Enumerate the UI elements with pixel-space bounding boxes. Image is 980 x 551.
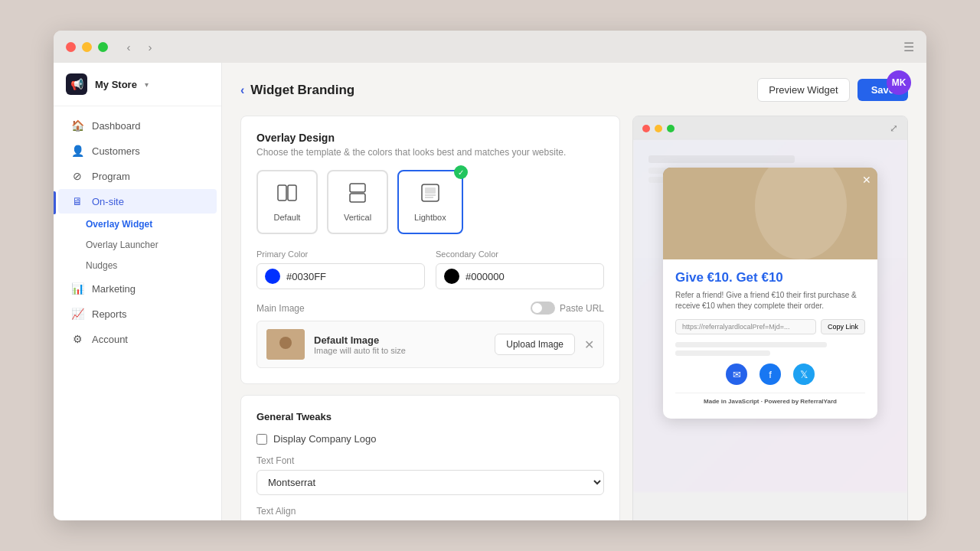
paste-url-toggle[interactable] (531, 302, 555, 315)
left-panel: Overlay Design Choose the template & the… (240, 116, 620, 520)
share-twitter-icon[interactable]: 𝕏 (793, 364, 815, 385)
secondary-color-input[interactable] (436, 263, 604, 289)
sidebar-item-overlay-launcher[interactable]: Overlay Launcher (77, 235, 221, 255)
template-lightbox-label: Lightbox (414, 213, 446, 222)
store-name-label: My Store (95, 79, 137, 90)
widget-footer: Made in JavaScript · Powered by Referral… (675, 393, 865, 408)
sidebar-nav: 🏠 Dashboard 👤 Customers ⊘ Program 🖥 (54, 106, 221, 520)
upload-image-button[interactable]: Upload Image (495, 334, 575, 355)
secondary-color-text[interactable] (466, 271, 527, 282)
sidebar-item-program[interactable]: ⊘ Program (58, 164, 217, 188)
widget-footer-text: Made in JavaScript · Powered by (704, 398, 800, 405)
template-lightbox-icon (414, 182, 446, 208)
widget-image: ✕ (663, 168, 877, 259)
app-body: 📢 My Store ▾ 🏠 Dashboard 👤 Customers ⊘ (54, 63, 926, 520)
onsite-icon: 🖥 (70, 195, 84, 207)
sub-nav: Overlay Widget Overlay Launcher Nudges (54, 214, 221, 276)
display-company-logo-label[interactable]: Display Company Logo (273, 433, 376, 445)
secondary-color-label: Secondary Color (436, 249, 604, 259)
primary-color-swatch (265, 269, 280, 284)
sidebar-item-account[interactable]: ⚙ Account (58, 327, 217, 351)
remove-image-icon[interactable]: ✕ (584, 337, 594, 352)
sidebar-item-dashboard-label: Dashboard (92, 120, 141, 132)
avatar: MK (887, 70, 911, 95)
browser-window: ‹ › ☰ 📢 My Store ▾ 🏠 Dashboard 👤 (54, 31, 926, 520)
svg-rect-2 (350, 184, 365, 192)
template-lightbox[interactable]: ✓ Lightbox (397, 170, 463, 234)
hamburger-icon[interactable]: ☰ (903, 40, 914, 54)
text-font-group: Text Font Montserrat Arial Roboto Georgi… (256, 455, 604, 495)
template-vertical[interactable]: Vertical (327, 170, 388, 234)
paste-url-wrap: Paste URL (531, 302, 604, 315)
secondary-color-swatch (444, 269, 459, 284)
browser-nav-arrows: ‹ › (120, 38, 158, 55)
traffic-light-yellow[interactable] (82, 42, 92, 52)
program-icon: ⊘ (70, 170, 84, 182)
widget-footer-brand: ReferralYard (800, 398, 837, 405)
sidebar-item-reports[interactable]: 📈 Reports (58, 302, 217, 326)
top-bar: MK (871, 63, 926, 103)
sidebar-item-on-site[interactable]: 🖥 On-site (58, 189, 217, 214)
template-default-label: Default (273, 213, 301, 222)
active-indicator (54, 191, 56, 214)
nav-back-button[interactable]: ‹ (120, 38, 137, 55)
share-email-icon[interactable]: ✉ (726, 364, 747, 385)
display-company-logo-row: Display Company Logo (256, 433, 604, 445)
back-icon[interactable]: ‹ (240, 83, 244, 97)
expand-icon[interactable]: ⤢ (890, 122, 898, 134)
widget-url-row: https://referralyardlocalPref=Mjd=... Co… (675, 319, 865, 334)
page-header: ‹ Widget Branding Preview Widget Save (240, 78, 908, 102)
traffic-light-green[interactable] (98, 42, 108, 52)
sidebar-item-program-label: Program (92, 171, 130, 182)
selected-checkmark: ✓ (454, 165, 468, 179)
widget-url-field: https://referralyardlocalPref=Mjd=... (675, 319, 816, 334)
widget-content: Give €10. Get €10 Refer a friend! Give a… (663, 259, 877, 419)
display-company-logo-checkbox[interactable] (256, 434, 267, 445)
overlay-design-title: Overlay Design (256, 132, 604, 144)
store-chevron-icon[interactable]: ▾ (145, 80, 149, 89)
template-vertical-label: Vertical (344, 213, 371, 222)
traffic-light-red[interactable] (66, 42, 76, 52)
template-vertical-icon (344, 182, 371, 208)
secondary-color-field: Secondary Color (436, 249, 604, 289)
sidebar-header: 📢 My Store ▾ (54, 63, 221, 106)
template-default[interactable]: Default (256, 170, 318, 234)
preview-header: ⤢ (633, 116, 907, 140)
widget-image-overlay (663, 168, 877, 259)
primary-color-input[interactable] (256, 263, 425, 289)
text-align-group: Text Align Left Center Right (256, 506, 604, 520)
sidebar-item-dashboard[interactable]: 🏠 Dashboard (58, 113, 217, 138)
blurred-share-text (675, 342, 827, 347)
toggle-knob (532, 303, 542, 313)
sidebar-item-marketing[interactable]: 📊 Marketing (58, 276, 217, 301)
widget-offer-desc: Refer a friend! Give a friend €10 their … (675, 290, 865, 311)
blurred-share-text-2 (675, 350, 770, 356)
text-font-select[interactable]: Montserrat Arial Roboto Georgia Open San… (256, 470, 604, 495)
sidebar-item-nudges[interactable]: Nudges (77, 256, 221, 276)
widget-close-button[interactable]: ✕ (862, 174, 871, 186)
content-area: MK ‹ Widget Branding Preview Widget Save (222, 63, 926, 520)
main-grid: Overlay Design Choose the template & the… (240, 116, 908, 520)
main-image-label: Main Image Paste URL (256, 302, 604, 315)
primary-color-text[interactable] (286, 271, 348, 282)
share-facebook-icon[interactable]: f (760, 364, 781, 385)
widget-copy-button[interactable]: Copy Link (821, 319, 865, 334)
sidebar-item-overlay-widget[interactable]: Overlay Widget (77, 214, 221, 234)
sidebar-item-customers[interactable]: 👤 Customers (58, 139, 217, 163)
preview-widget-button[interactable]: Preview Widget (757, 78, 849, 102)
traffic-lights (66, 42, 108, 52)
browser-titlebar: ‹ › ☰ (54, 31, 926, 63)
primary-color-field: Primary Color (256, 249, 425, 289)
image-section: Main Image Paste URL (256, 302, 604, 368)
color-row: Primary Color Secondary Color (256, 249, 604, 289)
image-desc: Image will auto fit to size (314, 346, 485, 355)
page-title: ‹ Widget Branding (240, 83, 354, 98)
template-options: Default Vertical (256, 170, 604, 234)
svg-rect-3 (350, 194, 365, 202)
nav-forward-button[interactable]: › (142, 38, 158, 55)
image-name: Default Image (314, 334, 485, 346)
widget-card: ✕ Give €10. Get €10 Refer a friend! Give… (663, 168, 877, 419)
sidebar-item-onsite-label: On-site (92, 196, 124, 207)
overlay-design-card: Overlay Design Choose the template & the… (240, 116, 620, 384)
template-default-icon (273, 182, 301, 208)
